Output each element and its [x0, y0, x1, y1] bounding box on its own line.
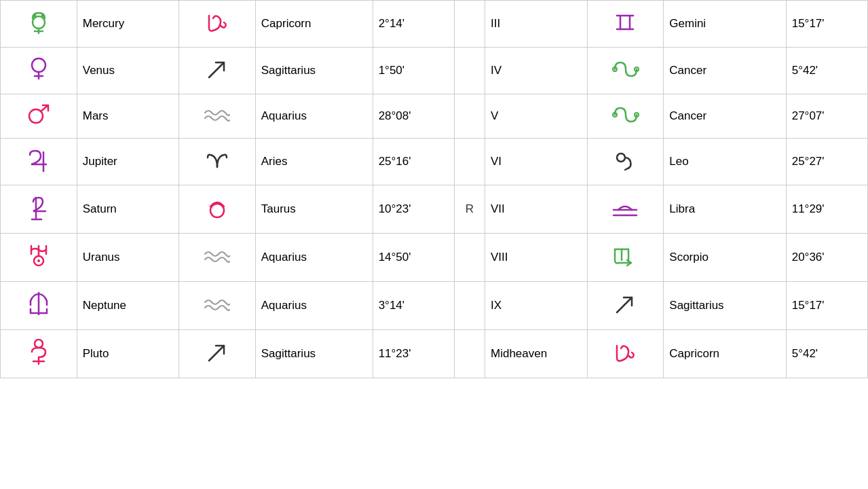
svg-point-20: [617, 153, 625, 162]
house-cell: IX: [485, 282, 587, 330]
retro-cell: [454, 330, 485, 378]
svg-point-9: [32, 58, 45, 72]
degree-cell: 2°14': [373, 1, 454, 48]
planet-symbol-cell: [1, 185, 77, 234]
house-sign-name-cell: Cancer: [664, 48, 786, 94]
house-sign-symbol-cell: [587, 185, 664, 234]
degree-cell: 25°16': [373, 139, 454, 185]
svg-point-42: [35, 340, 43, 348]
retro-cell: [454, 94, 485, 139]
retro-cell: [454, 139, 485, 185]
planet-symbol-cell: [1, 139, 77, 185]
table-row: Saturn Taurus 10°23' R VII Libra 11°29': [1, 185, 868, 234]
house-cell: VII: [485, 185, 587, 234]
planet-name-cell: Pluto: [77, 330, 178, 378]
degree-cell: 3°14': [373, 282, 454, 330]
sign-symbol-cell: [179, 234, 256, 282]
retro-cell: [454, 282, 485, 330]
planet-symbol-cell: [1, 1, 77, 48]
house-sign-name-cell: Capricorn: [664, 330, 786, 378]
sign-name-cell: Aquarius: [255, 94, 373, 139]
house-degree-cell: 20°36': [786, 234, 867, 282]
planet-name-cell: Venus: [77, 48, 178, 94]
svg-line-21: [625, 168, 628, 170]
sign-symbol-cell: [179, 94, 256, 139]
planet-symbol-cell: [1, 282, 77, 330]
planet-symbol-cell: [1, 94, 77, 139]
house-degree-cell: 27°07': [786, 94, 867, 139]
sign-symbol-cell: [179, 1, 256, 48]
table-row: Pluto Sagittarius 11°23' Midheaven Capri…: [1, 330, 868, 378]
svg-line-41: [617, 297, 632, 312]
retro-cell: [454, 234, 485, 282]
sign-symbol-cell: [179, 185, 256, 234]
house-cell: III: [485, 1, 587, 48]
sign-name-cell: Aquarius: [255, 234, 373, 282]
planet-name-cell: Mercury: [77, 1, 178, 48]
house-cell: VIII: [485, 234, 587, 282]
house-cell: Midheaven: [485, 330, 587, 378]
house-sign-name-cell: Leo: [664, 139, 786, 185]
house-sign-name-cell: Libra: [664, 185, 786, 234]
house-cell: VI: [485, 139, 587, 185]
planet-symbol-cell: [1, 234, 77, 282]
table-row: Mars Aquarius 28°08' V Cancer 27°07': [1, 94, 868, 139]
planet-name-cell: Jupiter: [77, 139, 178, 185]
sign-name-cell: Aquarius: [255, 282, 373, 330]
house-sign-symbol-cell: [587, 282, 664, 330]
table-row: Uranus Aquarius 14°50' VIII Scorpio 20°3…: [1, 234, 868, 282]
planet-symbol-cell: [1, 330, 77, 378]
house-degree-cell: 11°29': [786, 185, 867, 234]
house-degree-cell: 15°17': [786, 1, 867, 48]
house-sign-symbol-cell: [587, 48, 664, 94]
svg-point-3: [33, 14, 36, 18]
house-sign-symbol-cell: [587, 94, 664, 139]
sign-name-cell: Sagittarius: [255, 48, 373, 94]
house-cell: IV: [485, 48, 587, 94]
table-row: Venus Sagittarius 1°50' IV Cancer 5°42': [1, 48, 868, 94]
house-cell: V: [485, 94, 587, 139]
house-sign-name-cell: Sagittarius: [664, 282, 786, 330]
degree-cell: 1°50': [373, 48, 454, 94]
sign-name-cell: Taurus: [255, 185, 373, 234]
svg-point-24: [210, 204, 224, 217]
house-sign-symbol-cell: [587, 139, 664, 185]
sign-symbol-cell: [179, 139, 256, 185]
house-sign-symbol-cell: [587, 1, 664, 48]
table-row: Mercury Capricorn 2°14' III Gemini 15°17…: [1, 1, 868, 48]
sign-symbol-cell: [179, 48, 256, 94]
svg-line-16: [41, 105, 48, 111]
retro-cell: [454, 1, 485, 48]
degree-cell: 28°08': [373, 94, 454, 139]
svg-point-4: [41, 14, 44, 18]
table-row: Jupiter Aries 25°16' VI Leo 25°27': [1, 139, 868, 185]
house-sign-name-cell: Cancer: [664, 94, 786, 139]
degree-cell: 14°50': [373, 234, 454, 282]
sign-name-cell: Aries: [255, 139, 373, 185]
house-sign-symbol-cell: [587, 234, 664, 282]
degree-cell: 11°23': [373, 330, 454, 378]
svg-point-28: [37, 259, 40, 262]
house-degree-cell: 25°27': [786, 139, 867, 185]
house-sign-symbol-cell: [587, 330, 664, 378]
house-degree-cell: 5°42': [786, 330, 867, 378]
svg-point-0: [33, 16, 45, 29]
planet-name-cell: Uranus: [77, 234, 178, 282]
sign-name-cell: Capricorn: [255, 1, 373, 48]
house-sign-name-cell: Gemini: [664, 1, 786, 48]
house-degree-cell: 15°17': [786, 282, 867, 330]
table-row: Neptune Aquarius 3°14' IX Sagittarius 15…: [1, 282, 868, 330]
astrology-table: Mercury Capricorn 2°14' III Gemini 15°17…: [0, 0, 868, 378]
svg-line-45: [209, 346, 224, 361]
sign-name-cell: Sagittarius: [255, 330, 373, 378]
svg-line-12: [209, 62, 224, 77]
sign-symbol-cell: [179, 330, 256, 378]
retro-cell: R: [454, 185, 485, 234]
retro-cell: [454, 48, 485, 94]
house-sign-name-cell: Scorpio: [664, 234, 786, 282]
sign-symbol-cell: [179, 282, 256, 330]
house-degree-cell: 5°42': [786, 48, 867, 94]
planet-name-cell: Neptune: [77, 282, 178, 330]
planet-name-cell: Saturn: [77, 185, 178, 234]
planet-symbol-cell: [1, 48, 77, 94]
